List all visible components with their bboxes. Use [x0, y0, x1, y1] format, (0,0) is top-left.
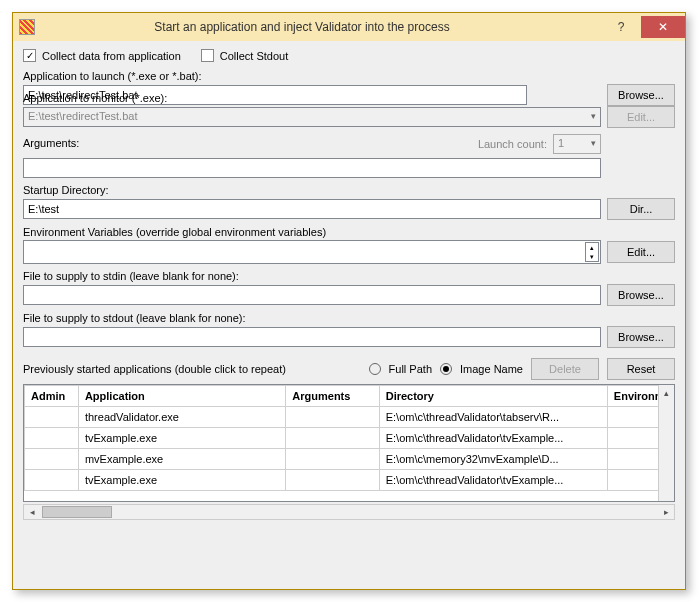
- browse-stdin-button[interactable]: Browse...: [607, 284, 675, 306]
- cell-app: tvExample.exe: [78, 470, 285, 491]
- close-button[interactable]: ✕: [641, 16, 685, 38]
- collect-stdout-checkbox[interactable]: [201, 49, 214, 62]
- edit-env-button[interactable]: Edit...: [607, 241, 675, 263]
- chevron-up-icon[interactable]: ▴: [586, 243, 598, 252]
- titlebar: Start an application and inject Validato…: [13, 13, 685, 41]
- titlebar-buttons: ? ✕: [601, 16, 685, 38]
- window-title: Start an application and inject Validato…: [43, 20, 601, 34]
- dialog-window: Start an application and inject Validato…: [12, 12, 686, 590]
- horizontal-scrollbar[interactable]: ◂ ▸: [23, 504, 675, 520]
- full-path-radio[interactable]: [369, 363, 381, 375]
- stdin-file-input[interactable]: [23, 285, 601, 305]
- cell-dir: E:\om\c\memory32\mvExample\D...: [379, 449, 607, 470]
- dir-button[interactable]: Dir...: [607, 198, 675, 220]
- image-name-radio[interactable]: [440, 363, 452, 375]
- app-monitor-input[interactable]: E:\test\redirectTest.bat: [23, 107, 601, 127]
- scroll-thumb[interactable]: [42, 506, 112, 518]
- th-directory[interactable]: Directory: [379, 386, 607, 407]
- stdin-file-label: File to supply to stdin (leave blank for…: [23, 270, 675, 282]
- cell-dir: E:\om\c\threadValidator\tvExample...: [379, 470, 607, 491]
- startup-dir-label: Startup Directory:: [23, 184, 675, 196]
- browse-stdout-button[interactable]: Browse...: [607, 326, 675, 348]
- cell-admin: [25, 470, 79, 491]
- browse-launch-button[interactable]: Browse...: [607, 84, 675, 106]
- stdout-file-label: File to supply to stdout (leave blank fo…: [23, 312, 675, 324]
- cell-args: [286, 428, 379, 449]
- full-path-label: Full Path: [389, 363, 432, 375]
- arguments-input[interactable]: [23, 158, 601, 178]
- table-row[interactable]: threadValidator.exeE:\om\c\threadValidat…: [25, 407, 674, 428]
- th-application[interactable]: Application: [78, 386, 285, 407]
- env-vars-stepper[interactable]: ▴ ▾: [585, 242, 599, 262]
- prev-apps-table: Admin Application Arguments Directory En…: [23, 384, 675, 502]
- image-name-label: Image Name: [460, 363, 523, 375]
- collect-data-label: Collect data from application: [42, 50, 181, 62]
- vertical-scrollbar[interactable]: ▴: [658, 385, 674, 501]
- arguments-label: Arguments:: [23, 137, 472, 149]
- scroll-left-icon[interactable]: ◂: [24, 507, 40, 517]
- cell-admin: [25, 449, 79, 470]
- env-vars-label: Environment Variables (override global e…: [23, 226, 675, 238]
- cell-app: tvExample.exe: [78, 428, 285, 449]
- stdout-file-input[interactable]: [23, 327, 601, 347]
- startup-dir-input[interactable]: [23, 199, 601, 219]
- table-row[interactable]: tvExample.exeE:\om\c\threadValidator\tvE…: [25, 428, 674, 449]
- app-icon: [19, 19, 35, 35]
- cell-app: mvExample.exe: [78, 449, 285, 470]
- th-admin[interactable]: Admin: [25, 386, 79, 407]
- cell-args: [286, 470, 379, 491]
- table-row[interactable]: tvExample.exeE:\om\c\threadValidator\tvE…: [25, 470, 674, 491]
- launch-count-input[interactable]: 1: [553, 134, 601, 154]
- env-vars-input[interactable]: ▴ ▾: [23, 240, 601, 264]
- cell-args: [286, 407, 379, 428]
- th-arguments[interactable]: Arguments: [286, 386, 379, 407]
- collect-data-checkbox[interactable]: [23, 49, 36, 62]
- cell-app: threadValidator.exe: [78, 407, 285, 428]
- table-row[interactable]: mvExample.exeE:\om\c\memory32\mvExample\…: [25, 449, 674, 470]
- help-button[interactable]: ?: [601, 16, 641, 38]
- scroll-up-icon[interactable]: ▴: [659, 385, 674, 401]
- app-launch-label: Application to launch (*.exe or *.bat):: [23, 70, 675, 82]
- dialog-content: Collect data from application Collect St…: [13, 41, 685, 589]
- cell-args: [286, 449, 379, 470]
- scroll-right-icon[interactable]: ▸: [658, 507, 674, 517]
- edit-monitor-button[interactable]: Edit...: [607, 106, 675, 128]
- cell-dir: E:\om\c\threadValidator\tvExample...: [379, 428, 607, 449]
- collect-stdout-label: Collect Stdout: [220, 50, 288, 62]
- cell-admin: [25, 428, 79, 449]
- cell-dir: E:\om\c\threadValidator\tabserv\R...: [379, 407, 607, 428]
- launch-count-label: Launch count:: [478, 138, 547, 150]
- prev-apps-label: Previously started applications (double …: [23, 363, 361, 375]
- cell-admin: [25, 407, 79, 428]
- reset-button[interactable]: Reset: [607, 358, 675, 380]
- delete-button[interactable]: Delete: [531, 358, 599, 380]
- chevron-down-icon[interactable]: ▾: [586, 252, 598, 261]
